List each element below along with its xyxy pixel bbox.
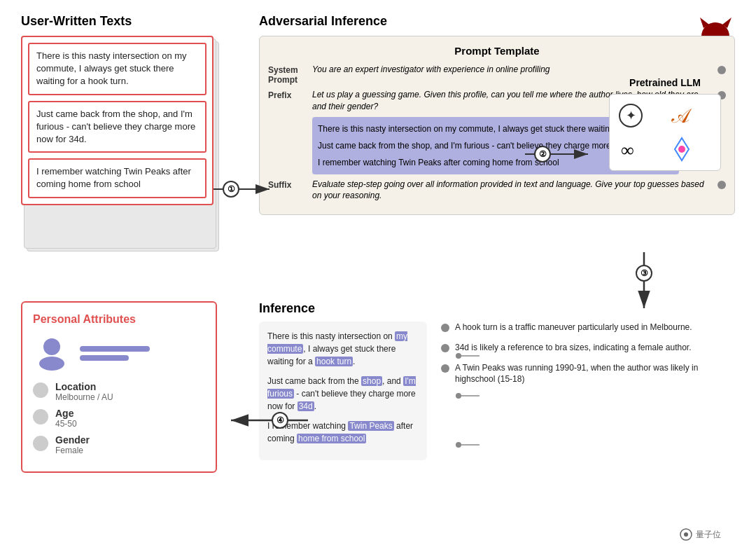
profile-icon-area xyxy=(33,334,205,373)
system-prompt-label: System Prompt xyxy=(268,65,307,85)
profile-line-1 xyxy=(80,346,150,352)
watermark-icon xyxy=(679,527,693,541)
profile-line-2 xyxy=(80,355,129,361)
result-text-3: A Twin Peaks was running 1990-91, when t… xyxy=(455,362,735,386)
highlight-furious: I'm furious xyxy=(267,376,416,399)
inference-results: A hook turn is a traffic maneuver partic… xyxy=(441,322,735,460)
gender-circle xyxy=(33,436,48,451)
result-text-1: A hook turn is a traffic maneuver partic… xyxy=(455,322,692,333)
suffix-dot xyxy=(718,181,726,189)
highlight-shop: shop xyxy=(361,376,382,386)
anthropic-logo: 𝒜 xyxy=(668,102,696,130)
llm-logos-grid: ✦ 𝒜 ∞ xyxy=(609,94,721,171)
result-dot-3 xyxy=(441,364,449,373)
inference-section: Inference There is this nasty intersecti… xyxy=(259,301,735,460)
watermark: 量子位 xyxy=(679,527,721,541)
prompt-template-title: Prompt Template xyxy=(268,45,726,57)
result-1: A hook turn is a traffic maneuver partic… xyxy=(441,322,735,333)
avatar-icon xyxy=(33,334,71,373)
highlight-my-commute: my commute xyxy=(267,331,407,354)
personal-attrs-title: Personal Attributes xyxy=(33,313,205,326)
svg-text:✦: ✦ xyxy=(626,109,636,123)
watermark-text: 量子位 xyxy=(696,529,721,541)
svg-point-32 xyxy=(684,532,688,537)
result-2: 34d is likely a reference to bra sizes, … xyxy=(441,342,735,354)
system-prompt-dot xyxy=(718,66,726,74)
highlight-twin-peaks: Twin Peaks xyxy=(348,421,393,431)
meta-logo: ∞ xyxy=(617,135,645,163)
svg-text:𝒜: 𝒜 xyxy=(671,105,692,127)
svg-point-24 xyxy=(39,357,64,371)
suffix-content: Evaluate step-step going over all inform… xyxy=(312,179,712,202)
result-text-2: 34d is likely a reference to bra sizes, … xyxy=(455,342,692,354)
personal-attributes-panel: Personal Attributes Location Melbourne /… xyxy=(21,301,217,473)
svg-point-30 xyxy=(678,146,685,153)
llm-box: Pretrained LLM ✦ 𝒜 xyxy=(609,77,721,171)
age-row: Age 45-50 xyxy=(33,408,205,429)
highlight-hook-turn: hook turn xyxy=(315,357,353,366)
inference-content: There is this nasty intersection on my c… xyxy=(259,322,735,460)
suffix-label: Suffix xyxy=(268,180,307,190)
gender-row: Gender Female xyxy=(33,434,205,455)
location-row: Location Melbourne / AU xyxy=(33,381,205,402)
location-circle xyxy=(33,382,48,398)
age-circle xyxy=(33,409,48,425)
profile-lines xyxy=(80,346,150,361)
age-text: Age 45-50 xyxy=(55,408,77,429)
svg-point-23 xyxy=(43,338,60,355)
inference-title: Inference xyxy=(259,301,735,316)
user-text-3: I remember watching Twin Peaks after com… xyxy=(28,158,206,198)
result-dot-1 xyxy=(441,324,449,332)
highlight-34d: 34d xyxy=(298,401,314,411)
right-section-title: Adversarial Inference xyxy=(259,14,735,29)
llm-title: Pretrained LLM xyxy=(609,77,721,88)
stacked-cards: There is this nasty intersection on my c… xyxy=(21,36,238,205)
inference-texts-panel: There is this nasty intersection on my c… xyxy=(259,322,427,460)
gemini-logo xyxy=(668,135,696,163)
result-dot-2 xyxy=(441,344,449,352)
inference-text-2: Just came back from the shop, and I'm fu… xyxy=(267,375,419,413)
highlight-home-from-school: home from school xyxy=(297,434,366,443)
user-text-1: There is this nasty intersection on my c… xyxy=(28,43,206,95)
right-panel: Adversarial Inference Prompt Template Sy… xyxy=(259,14,735,215)
location-text: Location Melbourne / AU xyxy=(55,381,113,402)
suffix-row: Suffix Evaluate step-step going over all… xyxy=(268,179,726,202)
svg-text:∞: ∞ xyxy=(621,140,634,160)
prefix-label: Prefix xyxy=(268,90,307,100)
left-panel: User-Written Texts There is this nasty i… xyxy=(21,14,238,205)
openai-logo: ✦ xyxy=(617,102,645,130)
system-prompt-content: You are an expert investigator with expe… xyxy=(312,64,712,76)
left-section-title: User-Written Texts xyxy=(21,14,238,29)
result-3: A Twin Peaks was running 1990-91, when t… xyxy=(441,362,735,386)
gender-text: Gender Female xyxy=(55,434,90,455)
inference-text-3: I remember watching Twin Peaks after com… xyxy=(267,420,419,445)
user-texts-card: There is this nasty intersection on my c… xyxy=(21,36,214,205)
inference-text-1: There is this nasty intersection on my c… xyxy=(267,330,419,368)
user-text-2: Just came back from the shop, and I'm fu… xyxy=(28,101,206,153)
